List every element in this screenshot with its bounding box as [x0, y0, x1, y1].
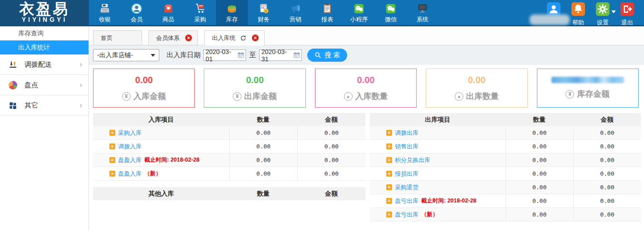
nav-item-finance[interactable]: ¥ 财务	[248, 0, 280, 25]
row-link[interactable]: 盘亏出库	[395, 211, 418, 219]
nav-label: 收银	[99, 15, 111, 24]
row-link[interactable]: 报损出库	[395, 170, 418, 178]
row-note: （新）	[144, 170, 162, 178]
sidebar-item-transfer-delivery[interactable]: 调拨配送 ›	[0, 54, 88, 75]
main-menu: 收银 会员 商品 采购 库存 ¥ 财务	[89, 0, 438, 25]
settings-button[interactable]: 设置	[590, 2, 615, 27]
report-clipboard-icon	[321, 2, 334, 15]
miniprogram-icon	[353, 2, 365, 15]
qty-cell: 0.00	[229, 167, 297, 180]
tab-member-system[interactable]: 会员体系 ×	[148, 30, 198, 45]
card-inbound-amount: 0.00 ¥入库金额	[93, 69, 195, 108]
amount-cell: 0.00	[573, 153, 641, 167]
qty-cell: 0.00	[506, 181, 573, 194]
finance-abacus-icon: ¥	[258, 2, 270, 15]
grid-blocks-icon	[7, 101, 18, 110]
app-body: 库存查询 出入库统计 调拨配送 › 盘点 › 其它 ›	[0, 26, 644, 231]
tab-bar: 首页 会员体系 × 出入库统 ×	[89, 26, 644, 45]
date-from-value: 2020-03-01	[206, 48, 238, 63]
search-button[interactable]: 搜 索	[307, 49, 347, 62]
sidebar-item-inout-stats[interactable]: 出入库统计	[0, 40, 88, 54]
nav-item-inventory[interactable]: 库存	[216, 0, 248, 25]
user-menu: 帮助 设置 退出	[541, 0, 644, 25]
sidebar-item-label: 调拨配送	[25, 60, 52, 69]
expand-plus-icon[interactable]: +	[386, 212, 392, 217]
app-logo[interactable]: 衣盈易 YIYINGYI	[0, 0, 89, 25]
row-link[interactable]: 调拨出库	[395, 129, 418, 137]
sidebar-item-other[interactable]: 其它 ›	[0, 95, 88, 116]
sidebar-item-inventory-query[interactable]: 库存查询	[0, 26, 88, 40]
expand-plus-icon[interactable]: +	[386, 143, 392, 149]
nav-item-marketing[interactable]: 营销	[280, 0, 311, 25]
table-row: +采购退货 0.00 0.00	[370, 181, 641, 194]
row-link[interactable]: 采购退货	[395, 183, 418, 192]
brand-title: 衣盈易	[0, 1, 89, 16]
nav-item-reports[interactable]: 报表	[311, 0, 343, 25]
help-button[interactable]: 帮助	[566, 2, 590, 27]
nav-item-miniprogram[interactable]: 小程序	[343, 0, 375, 25]
expand-plus-icon[interactable]: +	[386, 157, 392, 163]
blurred-username	[530, 15, 570, 25]
nav-label: 小程序	[350, 15, 368, 24]
nav-item-member[interactable]: 会员	[121, 0, 152, 25]
row-link[interactable]: 积分兑换出库	[395, 156, 430, 164]
qty-cell: 0.00	[229, 126, 297, 139]
expand-plus-icon[interactable]: +	[109, 171, 115, 177]
expand-plus-icon[interactable]: +	[386, 171, 392, 177]
table-row: +采购入库 0.00 0.00	[93, 126, 365, 140]
yuan-circle-icon: ¥	[565, 90, 574, 99]
cash-register-icon	[99, 2, 111, 15]
table-row: +盘盈入库（新） 0.00 0.00	[93, 167, 365, 181]
calendar-icon	[294, 52, 300, 58]
tab-inout-stats[interactable]: 出入库统 ×	[204, 30, 265, 45]
user-account-button[interactable]	[541, 2, 566, 17]
expand-plus-icon[interactable]: +	[386, 198, 392, 204]
qty-cell: 0.00	[506, 194, 573, 207]
row-link[interactable]: 盘亏出库	[395, 197, 418, 205]
amount-cell: 0.00	[573, 140, 641, 153]
amount-cell: 0.00	[573, 194, 641, 207]
sidebar-item-stocktake[interactable]: 盘点 ›	[0, 75, 88, 95]
expand-plus-icon[interactable]: +	[109, 143, 115, 149]
goods-box-icon	[162, 2, 175, 15]
row-link[interactable]: 盘盈入库	[118, 156, 142, 164]
nav-item-system[interactable]: 系统	[407, 0, 438, 25]
nav-item-goods[interactable]: 商品	[152, 0, 184, 25]
card-label: 库存金额	[577, 89, 610, 99]
date-to-value: 2020-03-31	[261, 48, 294, 63]
logout-button[interactable]: 退出	[615, 2, 639, 27]
refresh-icon[interactable]	[240, 35, 246, 41]
expand-plus-icon[interactable]: +	[109, 130, 115, 136]
expand-plus-icon[interactable]: +	[386, 184, 392, 190]
close-icon[interactable]: ×	[185, 35, 192, 41]
asterisk-circle-icon: *	[344, 92, 353, 101]
date-to-input[interactable]: 2020-03-31	[259, 49, 302, 61]
brand-subtitle: YIYINGYI	[0, 16, 89, 23]
close-icon[interactable]: ×	[252, 35, 259, 41]
chevron-right-icon: ›	[79, 80, 82, 89]
tab-home[interactable]: 首页	[93, 30, 142, 45]
card-value: 0.00	[426, 75, 527, 85]
column-header: 金额	[297, 190, 365, 198]
card-label: 出库数量	[466, 91, 499, 102]
row-note: （新）	[421, 211, 438, 218]
row-link[interactable]: 采购入库	[118, 129, 142, 137]
nav-item-purchase[interactable]: 采购	[184, 0, 216, 25]
yuan-circle-icon: ¥	[122, 92, 131, 101]
store-select[interactable]: -出入库店铺-	[93, 49, 159, 61]
nav-item-wechat[interactable]: 微信	[375, 0, 407, 25]
row-link[interactable]: 调拨入库	[118, 143, 142, 151]
row-link[interactable]: 盘盈入库	[118, 170, 142, 178]
asterisk-circle-icon: *	[455, 92, 463, 101]
card-inbound-qty: 0.00 *入库数量	[315, 69, 417, 108]
amount-cell: 0.00	[297, 140, 365, 153]
row-link[interactable]: 销售出库	[395, 143, 418, 151]
sidebar-item-label: 库存查询	[18, 30, 44, 37]
date-from-input[interactable]: 2020-03-01	[203, 49, 246, 61]
expand-plus-icon[interactable]: +	[386, 130, 392, 136]
expand-plus-icon[interactable]: +	[109, 157, 115, 163]
qty-cell: 0.00	[506, 140, 573, 153]
search-label: 搜 索	[324, 51, 340, 59]
nav-item-cashier[interactable]: 收银	[89, 0, 121, 25]
filter-bar: -出入库店铺- 出入库日期 2020-03-01 至 2020-03-31 搜 …	[89, 45, 644, 65]
